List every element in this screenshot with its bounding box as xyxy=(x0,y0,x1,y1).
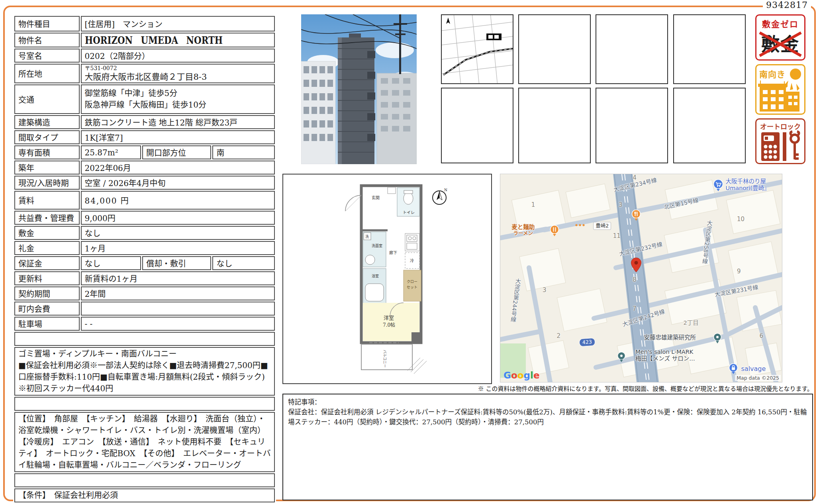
poi-umanori-line2: Umanori(豊崎』 xyxy=(726,185,770,192)
remarks-header: 備 考 xyxy=(14,332,275,346)
cart-icon xyxy=(713,179,723,191)
block-number: 8 xyxy=(633,276,637,283)
table-row: 保証金 なし 償却・敷引 なし xyxy=(14,256,275,270)
section-text-row: 【条件】 保証会社利用必須 xyxy=(14,488,275,502)
empty-photo-slot xyxy=(673,88,746,163)
badge-no-deposit: 敷金ゼロ 敷金 xyxy=(755,14,805,61)
svg-text:セット: セット xyxy=(407,285,417,289)
badge-auto-lock: オートロック xyxy=(755,118,805,164)
table-row: 敷金 なし xyxy=(14,226,275,240)
zip-code: 〒531-0072 xyxy=(85,65,271,72)
empty-photo-slot xyxy=(596,88,668,163)
location-pin-icon xyxy=(631,257,642,273)
row-label: 共益費・管理費 xyxy=(14,211,80,225)
empty-photo-slot xyxy=(518,88,591,163)
svg-text:クロー: クロー xyxy=(407,280,417,284)
svg-text:廊下: 廊下 xyxy=(389,250,397,255)
table-row: 契約期間 2年間 xyxy=(14,286,275,300)
row-value: HORIZON UMEDA NORTH xyxy=(81,33,275,47)
row-label: 賃料 xyxy=(14,191,80,210)
table-row: 物件種目 [住居用] マンション xyxy=(14,16,275,31)
row-label: 交通 xyxy=(14,84,80,114)
table-row: 現況/入居時期 空室 / 2026年4月中旬 xyxy=(14,176,275,190)
table-row: 号室名 0202（2階部分） xyxy=(14,49,275,63)
special-notes-text: 特記事項： 保証会社：保証会社利用必須 レジデンシャルパートナーズ保証料:賃料等… xyxy=(283,394,812,430)
route-shield: 423 xyxy=(579,338,595,347)
row-value: 鉄筋コンクリート造 地上12階 総戸数23戸 xyxy=(81,115,275,129)
transport-line-2: 阪急神戸線「大阪梅田」徒歩10分 xyxy=(85,99,271,111)
google-letter: g xyxy=(524,370,530,380)
poi-pin-icon xyxy=(713,333,722,344)
svg-text:浴室: 浴室 xyxy=(372,274,379,278)
block-number: 9 xyxy=(737,268,741,275)
row-label: 専有面積 xyxy=(14,145,80,159)
reference-number: 9342817 xyxy=(763,0,811,10)
row-value: 〒531-0072 大阪府大阪市北区豊崎２丁目8-3 xyxy=(81,64,275,83)
block-number: 6 xyxy=(759,332,763,339)
table-row: 専有面積 25.87m² 開口部方位 南 xyxy=(14,145,275,159)
table-row: 所在地 〒531-0072 大阪府大阪市北区豊崎２丁目8-3 xyxy=(14,64,275,83)
svg-text:洋室: 洋室 xyxy=(384,315,394,321)
block-number: 11 xyxy=(613,232,621,239)
svg-text:トイレ: トイレ xyxy=(403,210,415,215)
svg-text:洗面室: 洗面室 xyxy=(372,243,382,248)
google-letter: o xyxy=(517,370,524,380)
google-letter: e xyxy=(533,370,540,380)
floor-plan-drawing: N トイレ 玄関 洗 洗面室 浴室 廊下 xyxy=(283,175,491,383)
row-subvalue: 南 xyxy=(212,145,275,159)
badge-no-deposit-struck: 敷金 xyxy=(756,29,804,59)
svg-text:玄関: 玄関 xyxy=(372,195,380,200)
table-row: 更新料 新賃料の1ヶ月 xyxy=(14,271,275,285)
row-label: 現況/入居時期 xyxy=(14,176,80,190)
remarks-text: ゴミ置場・ディンプルキー・南面バルコニー ■保証会社利用必須※一部法人契約は除く… xyxy=(14,347,275,396)
google-letter: o xyxy=(511,370,517,380)
floor-plan: N トイレ 玄関 洗 洗面室 浴室 廊下 xyxy=(282,174,492,384)
disclaimer-note: ※ この資料は物件の概略紹介資料になります。写真、間取図面、設備、概要などが現況… xyxy=(282,384,813,392)
table-row: 町内会費 xyxy=(14,302,275,316)
section-text-row: 【位置】 角部屋 【キッチン】 給湯器 【水廻り】 洗面台（独立）・浴室乾燥機・… xyxy=(14,412,275,472)
section-header-row: 備 考 xyxy=(14,332,275,346)
poi-mens-salon-label: Men's salon L-MARK 梅田【メンズ サロン… xyxy=(635,349,695,362)
red-x-icon xyxy=(756,29,804,59)
row-label: 建築構造 xyxy=(14,115,80,129)
row-label: 更新料 xyxy=(14,271,80,285)
equipment-header: 設 備 xyxy=(14,397,275,411)
row-subvalue: なし xyxy=(212,256,275,270)
row-value: - - xyxy=(81,317,275,331)
block-number: 2 xyxy=(556,332,560,339)
google-letter: G xyxy=(504,370,511,380)
svg-text:バルコニー: バルコニー xyxy=(383,350,387,368)
table-row: 間取タイプ 1K[洋室7] xyxy=(14,130,275,144)
lock-icon xyxy=(729,363,738,375)
intercom-and-key-icon xyxy=(756,120,804,164)
bus-stop-icon xyxy=(575,223,585,227)
poi-pin-icon xyxy=(617,352,626,363)
special-notes-box: 特記事項： 保証会社：保証会社利用必須 レジデンシャルパートナーズ保証料:賃料等… xyxy=(282,394,813,500)
poi-umanori-label: 大阪千林のり屋 Umanori(豊崎』 xyxy=(726,178,770,191)
svg-text:7.0帖: 7.0帖 xyxy=(383,322,395,328)
badge-south-facing: 南向き xyxy=(755,64,805,115)
north-compass-icon: N xyxy=(433,188,447,204)
table-row: 賃料 84,000 円 xyxy=(14,191,275,210)
chome-label: 2丁目 xyxy=(684,320,699,326)
table-row: 共益費・管理費 9,000円 xyxy=(14,211,275,225)
building-photo-illustration xyxy=(301,14,417,164)
row-label: 町内会費 xyxy=(14,302,80,316)
row-value: なし xyxy=(81,226,275,240)
property-name: HORIZON UMEDA NORTH xyxy=(85,34,223,46)
rent-value: 84,000 円 xyxy=(81,191,275,210)
row-label: 所在地 xyxy=(14,64,80,83)
row-value: [住居用] マンション xyxy=(81,16,275,31)
row-label: 敷金 xyxy=(14,226,80,240)
svg-text:冷: 冷 xyxy=(410,258,414,263)
row-value xyxy=(81,302,275,316)
block-number: 3 xyxy=(543,286,547,294)
google-map: 大淀区第234号線 北区第15号線 大淀区第232号線 大淀区第258号線 大淀… xyxy=(500,174,782,382)
row-label: 礼金 xyxy=(14,241,80,255)
block-number: 3 xyxy=(619,201,623,208)
empty-photo-slot xyxy=(441,88,513,163)
table-row: 建築構造 鉄筋コンクリート造 地上12階 総戸数23戸 xyxy=(14,115,275,129)
block-number: 7 xyxy=(633,305,637,312)
table-row: 交通 御堂筋線「中津」徒歩5分 阪急神戸線「大阪梅田」徒歩10分 xyxy=(14,84,275,114)
svg-text:N: N xyxy=(444,188,447,192)
